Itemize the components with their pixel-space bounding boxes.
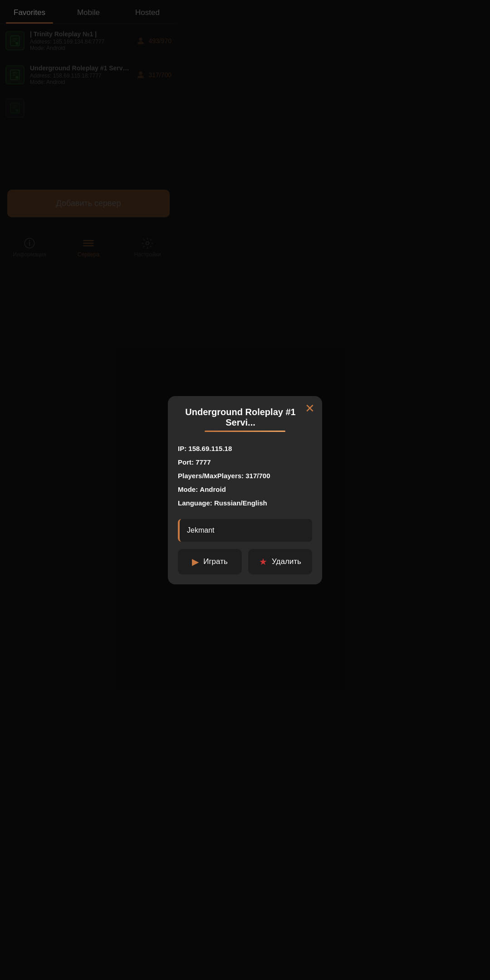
modal-overlay: ✕ Underground Roleplay #1 Servi... IP: 1… (0, 0, 177, 354)
